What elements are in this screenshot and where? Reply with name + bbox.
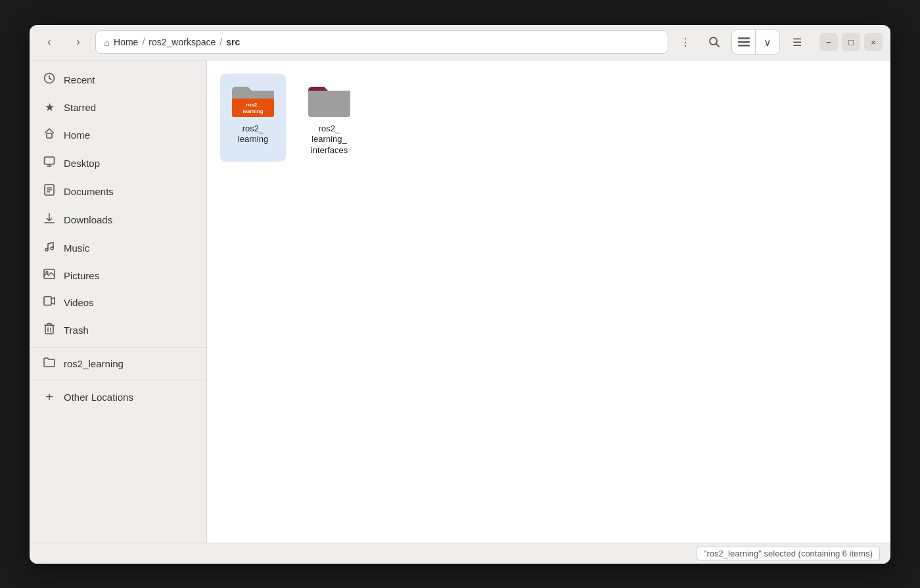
sidebar-divider	[30, 347, 206, 348]
music-icon	[43, 240, 56, 256]
breadcrumb-workspace[interactable]: ros2_workspace	[149, 37, 216, 47]
svg-rect-6	[47, 133, 52, 138]
svg-rect-4	[738, 45, 750, 47]
status-text: "ros2_learning" selected (containing 6 i…	[697, 547, 880, 560]
sidebar-item-downloads[interactable]: Downloads	[30, 206, 206, 234]
sidebar-item-starred[interactable]: ★ Starred	[30, 94, 206, 121]
sidebar-label-videos: Videos	[64, 297, 94, 308]
sidebar-label-starred: Starred	[64, 102, 96, 113]
sidebar-label-documents: Documents	[64, 186, 114, 197]
trash-icon	[43, 323, 56, 338]
pictures-icon	[43, 269, 56, 283]
svg-line-1	[716, 44, 720, 47]
breadcrumb-home[interactable]: Home	[114, 37, 138, 47]
window-controls: − □ ×	[819, 33, 883, 51]
sidebar-divider-2	[30, 380, 206, 380]
status-bar: "ros2_learning" selected (containing 6 i…	[30, 543, 890, 564]
search-button[interactable]	[702, 30, 726, 54]
svg-text:learning: learning	[242, 108, 263, 114]
folder-name-ros2-learning-interfaces: ros2_learning_interfaces	[311, 124, 348, 157]
forward-button[interactable]: ›	[66, 30, 90, 54]
ros2-learning-folder-icon	[43, 357, 56, 371]
maximize-button[interactable]: □	[842, 33, 860, 51]
close-button[interactable]: ×	[864, 33, 883, 51]
file-area: ros2_ learning ros2_learning ros2_lear	[207, 60, 890, 543]
folder-icon-ros2-learning-interfaces	[306, 79, 353, 120]
home-sidebar-icon	[43, 127, 56, 143]
svg-rect-3	[738, 41, 750, 43]
file-manager-window: ‹ › ⌂ Home / ros2_workspace / src ⋮	[30, 25, 890, 564]
folder-icon-ros2-learning: ros2_ learning	[229, 79, 277, 120]
folder-name-ros2-learning: ros2_learning	[238, 124, 268, 146]
list-view-button[interactable]	[732, 30, 756, 54]
breadcrumb-current: src	[226, 37, 240, 47]
sidebar-label-desktop: Desktop	[64, 158, 100, 169]
sidebar-item-music[interactable]: Music	[30, 234, 206, 262]
svg-rect-2	[738, 37, 750, 39]
other-locations-icon: +	[43, 390, 56, 405]
svg-text:ros2_: ros2_	[246, 102, 260, 108]
minimize-button[interactable]: −	[819, 33, 838, 51]
search-icon	[708, 36, 720, 48]
sidebar-item-videos[interactable]: Videos	[30, 289, 206, 316]
sidebar-label-pictures: Pictures	[64, 270, 99, 281]
sidebar-label-music: Music	[64, 242, 89, 254]
sidebar-label-recent: Recent	[64, 74, 95, 85]
videos-icon	[43, 296, 56, 309]
folder-ros2-learning-interfaces[interactable]: ros2_learning_interfaces	[296, 74, 362, 162]
folder-ros2-learning[interactable]: ros2_ learning ros2_learning	[220, 74, 286, 162]
svg-rect-7	[45, 157, 55, 164]
starred-icon: ★	[43, 101, 56, 114]
sidebar-label-other-locations: Other Locations	[64, 392, 133, 403]
breadcrumb-sep-1: /	[142, 37, 145, 47]
sidebar-item-desktop[interactable]: Desktop	[30, 149, 206, 177]
breadcrumb[interactable]: ⌂ Home / ros2_workspace / src	[95, 30, 668, 54]
more-options-button[interactable]: ⋮	[674, 30, 697, 54]
home-icon: ⌂	[104, 37, 110, 48]
sidebar-label-ros2-learning: ros2_learning	[64, 358, 124, 369]
svg-point-16	[45, 248, 48, 251]
sidebar-item-pictures[interactable]: Pictures	[30, 262, 206, 289]
recent-icon	[43, 72, 56, 87]
sidebar-label-trash: Trash	[64, 325, 89, 336]
back-button[interactable]: ‹	[37, 30, 61, 54]
svg-rect-20	[44, 296, 51, 305]
sidebar-label-downloads: Downloads	[64, 214, 112, 225]
desktop-icon	[43, 156, 56, 171]
sidebar-item-trash[interactable]: Trash	[30, 316, 206, 344]
titlebar: ‹ › ⌂ Home / ros2_workspace / src ⋮	[30, 25, 890, 60]
sidebar-item-ros2-learning[interactable]: ros2_learning	[30, 350, 206, 377]
sidebar-item-documents[interactable]: Documents	[30, 177, 206, 206]
sidebar: Recent ★ Starred Home Desktop	[30, 60, 207, 543]
documents-icon	[43, 184, 56, 199]
sidebar-item-home[interactable]: Home	[30, 121, 206, 149]
sort-options-button[interactable]: ∨	[756, 30, 779, 54]
breadcrumb-sep-2: /	[219, 37, 222, 47]
content-area: Recent ★ Starred Home Desktop	[30, 60, 890, 543]
sidebar-item-other-locations[interactable]: + Other Locations	[30, 383, 206, 411]
svg-rect-21	[45, 325, 53, 334]
hamburger-button[interactable]: ☰	[785, 30, 809, 54]
view-toggle: ∨	[731, 30, 780, 55]
sidebar-item-recent[interactable]: Recent	[30, 66, 206, 94]
downloads-icon	[43, 212, 56, 227]
svg-point-17	[51, 247, 53, 250]
list-view-icon	[738, 37, 750, 47]
sidebar-label-home: Home	[64, 129, 90, 141]
